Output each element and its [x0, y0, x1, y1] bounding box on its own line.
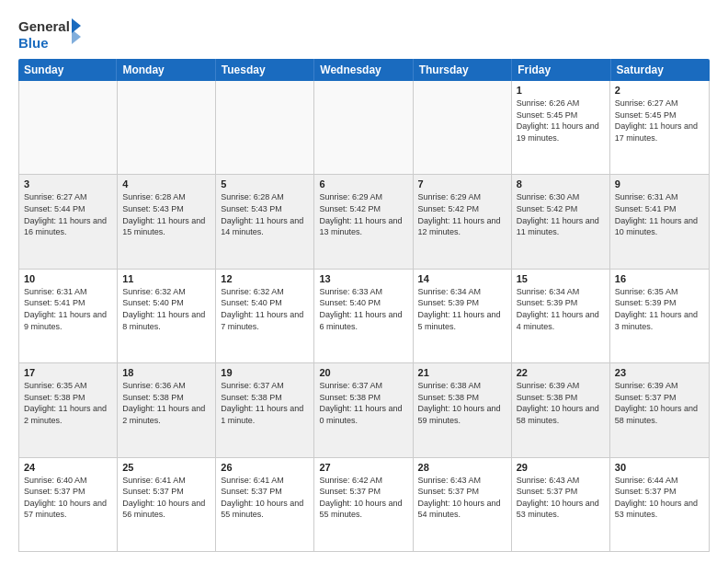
calendar-week-row: 1Sunrise: 6:26 AM Sunset: 5:45 PM Daylig…	[19, 81, 709, 175]
cell-info: Sunrise: 6:39 AM Sunset: 5:38 PM Dayligh…	[517, 380, 605, 426]
calendar-cell: 20Sunrise: 6:37 AM Sunset: 5:38 PM Dayli…	[314, 363, 413, 456]
cell-info: Sunrise: 6:44 AM Sunset: 5:37 PM Dayligh…	[615, 475, 704, 521]
calendar-cell: 29Sunrise: 6:43 AM Sunset: 5:37 PM Dayli…	[512, 458, 610, 551]
calendar-cell	[118, 81, 216, 174]
calendar-cell: 12Sunrise: 6:32 AM Sunset: 5:40 PM Dayli…	[216, 270, 314, 362]
calendar-cell: 28Sunrise: 6:43 AM Sunset: 5:37 PM Dayli…	[414, 458, 512, 551]
cell-info: Sunrise: 6:30 AM Sunset: 5:42 PM Dayligh…	[517, 191, 605, 237]
calendar-cell	[216, 81, 314, 174]
svg-text:General: General	[18, 18, 70, 34]
calendar-cell: 26Sunrise: 6:41 AM Sunset: 5:37 PM Dayli…	[216, 458, 314, 551]
calendar-cell: 17Sunrise: 6:35 AM Sunset: 5:38 PM Dayli…	[19, 363, 118, 456]
day-number: 1	[517, 85, 605, 96]
day-number: 27	[319, 462, 407, 473]
calendar-cell: 13Sunrise: 6:33 AM Sunset: 5:40 PM Dayli…	[314, 270, 413, 362]
calendar-cell	[19, 81, 118, 174]
calendar-cell	[314, 81, 413, 174]
calendar-cell: 1Sunrise: 6:26 AM Sunset: 5:45 PM Daylig…	[512, 81, 610, 174]
cell-info: Sunrise: 6:37 AM Sunset: 5:38 PM Dayligh…	[221, 380, 309, 426]
calendar-cell: 18Sunrise: 6:36 AM Sunset: 5:38 PM Dayli…	[118, 363, 216, 456]
calendar-cell: 22Sunrise: 6:39 AM Sunset: 5:38 PM Dayli…	[512, 363, 610, 456]
calendar-cell: 16Sunrise: 6:35 AM Sunset: 5:39 PM Dayli…	[610, 270, 709, 362]
logo: GeneralBlue	[18, 15, 83, 52]
cell-info: Sunrise: 6:38 AM Sunset: 5:38 PM Dayligh…	[418, 380, 506, 426]
cell-info: Sunrise: 6:34 AM Sunset: 5:39 PM Dayligh…	[517, 286, 605, 332]
day-of-week-header: Thursday	[414, 59, 512, 81]
cell-info: Sunrise: 6:43 AM Sunset: 5:37 PM Dayligh…	[418, 475, 506, 521]
svg-text:Blue: Blue	[18, 35, 49, 51]
day-of-week-header: Sunday	[18, 59, 117, 81]
day-number: 3	[24, 178, 112, 190]
calendar-cell: 23Sunrise: 6:39 AM Sunset: 5:37 PM Dayli…	[610, 363, 709, 456]
cell-info: Sunrise: 6:28 AM Sunset: 5:43 PM Dayligh…	[221, 191, 309, 237]
day-number: 17	[24, 367, 112, 378]
cell-info: Sunrise: 6:33 AM Sunset: 5:40 PM Dayligh…	[319, 286, 407, 332]
cell-info: Sunrise: 6:37 AM Sunset: 5:38 PM Dayligh…	[319, 380, 407, 426]
day-number: 23	[615, 367, 704, 378]
svg-marker-3	[72, 29, 81, 44]
calendar-cell: 11Sunrise: 6:32 AM Sunset: 5:40 PM Dayli…	[118, 270, 216, 362]
day-number: 18	[122, 367, 210, 378]
cell-info: Sunrise: 6:43 AM Sunset: 5:37 PM Dayligh…	[517, 475, 605, 521]
day-number: 29	[517, 462, 605, 473]
cell-info: Sunrise: 6:42 AM Sunset: 5:37 PM Dayligh…	[319, 475, 407, 521]
day-number: 21	[418, 367, 506, 378]
calendar-cell: 3Sunrise: 6:27 AM Sunset: 5:44 PM Daylig…	[19, 175, 118, 268]
day-number: 22	[517, 367, 605, 378]
day-of-week-header: Wednesday	[314, 59, 413, 81]
calendar-cell: 4Sunrise: 6:28 AM Sunset: 5:43 PM Daylig…	[118, 175, 216, 268]
calendar-week-row: 10Sunrise: 6:31 AM Sunset: 5:41 PM Dayli…	[19, 270, 709, 363]
calendar-cell: 21Sunrise: 6:38 AM Sunset: 5:38 PM Dayli…	[414, 363, 512, 456]
day-number: 7	[418, 178, 506, 190]
logo-svg: GeneralBlue	[18, 15, 83, 52]
cell-info: Sunrise: 6:41 AM Sunset: 5:37 PM Dayligh…	[122, 475, 210, 521]
calendar-cell: 6Sunrise: 6:29 AM Sunset: 5:42 PM Daylig…	[314, 175, 413, 268]
day-number: 6	[319, 178, 407, 190]
cell-info: Sunrise: 6:36 AM Sunset: 5:38 PM Dayligh…	[122, 380, 210, 426]
calendar-cell: 30Sunrise: 6:44 AM Sunset: 5:37 PM Dayli…	[610, 458, 709, 551]
day-number: 24	[24, 462, 112, 473]
calendar-cell	[414, 81, 512, 174]
day-number: 12	[221, 273, 309, 284]
cell-info: Sunrise: 6:31 AM Sunset: 5:41 PM Dayligh…	[24, 286, 112, 332]
cell-info: Sunrise: 6:26 AM Sunset: 5:45 PM Dayligh…	[517, 98, 605, 144]
cell-info: Sunrise: 6:32 AM Sunset: 5:40 PM Dayligh…	[122, 286, 210, 332]
calendar-cell: 25Sunrise: 6:41 AM Sunset: 5:37 PM Dayli…	[118, 458, 216, 551]
day-number: 20	[319, 367, 407, 378]
calendar-cell: 9Sunrise: 6:31 AM Sunset: 5:41 PM Daylig…	[610, 175, 709, 268]
cell-info: Sunrise: 6:31 AM Sunset: 5:41 PM Dayligh…	[615, 191, 704, 237]
day-number: 13	[319, 273, 407, 284]
calendar-cell: 19Sunrise: 6:37 AM Sunset: 5:38 PM Dayli…	[216, 363, 314, 456]
cell-info: Sunrise: 6:40 AM Sunset: 5:37 PM Dayligh…	[24, 475, 112, 521]
calendar-week-row: 3Sunrise: 6:27 AM Sunset: 5:44 PM Daylig…	[19, 175, 709, 269]
day-number: 28	[418, 462, 506, 473]
day-number: 25	[122, 462, 210, 473]
day-number: 4	[122, 178, 210, 190]
calendar-cell: 7Sunrise: 6:29 AM Sunset: 5:42 PM Daylig…	[414, 175, 512, 268]
cell-info: Sunrise: 6:28 AM Sunset: 5:43 PM Dayligh…	[122, 191, 210, 237]
day-number: 19	[221, 367, 309, 378]
day-number: 30	[615, 462, 704, 473]
day-number: 15	[517, 273, 605, 284]
cell-info: Sunrise: 6:34 AM Sunset: 5:39 PM Dayligh…	[418, 286, 506, 332]
calendar-cell: 24Sunrise: 6:40 AM Sunset: 5:37 PM Dayli…	[19, 458, 118, 551]
cell-info: Sunrise: 6:32 AM Sunset: 5:40 PM Dayligh…	[221, 286, 309, 332]
calendar: SundayMondayTuesdayWednesdayThursdayFrid…	[18, 59, 710, 552]
calendar-cell: 8Sunrise: 6:30 AM Sunset: 5:42 PM Daylig…	[512, 175, 610, 268]
calendar-week-row: 24Sunrise: 6:40 AM Sunset: 5:37 PM Dayli…	[19, 458, 709, 551]
calendar-cell: 2Sunrise: 6:27 AM Sunset: 5:45 PM Daylig…	[610, 81, 709, 174]
calendar-cell: 10Sunrise: 6:31 AM Sunset: 5:41 PM Dayli…	[19, 270, 118, 362]
cell-info: Sunrise: 6:39 AM Sunset: 5:37 PM Dayligh…	[615, 380, 704, 426]
cell-info: Sunrise: 6:35 AM Sunset: 5:38 PM Dayligh…	[24, 380, 112, 426]
cell-info: Sunrise: 6:29 AM Sunset: 5:42 PM Dayligh…	[418, 191, 506, 237]
calendar-cell: 27Sunrise: 6:42 AM Sunset: 5:37 PM Dayli…	[314, 458, 413, 551]
calendar-header: SundayMondayTuesdayWednesdayThursdayFrid…	[18, 59, 710, 81]
day-of-week-header: Monday	[117, 59, 215, 81]
cell-info: Sunrise: 6:27 AM Sunset: 5:44 PM Dayligh…	[24, 191, 112, 237]
calendar-body: 1Sunrise: 6:26 AM Sunset: 5:45 PM Daylig…	[18, 81, 710, 552]
calendar-cell: 15Sunrise: 6:34 AM Sunset: 5:39 PM Dayli…	[512, 270, 610, 362]
day-number: 11	[122, 273, 210, 284]
day-of-week-header: Friday	[512, 59, 610, 81]
calendar-week-row: 17Sunrise: 6:35 AM Sunset: 5:38 PM Dayli…	[19, 363, 709, 457]
cell-info: Sunrise: 6:27 AM Sunset: 5:45 PM Dayligh…	[615, 98, 704, 144]
